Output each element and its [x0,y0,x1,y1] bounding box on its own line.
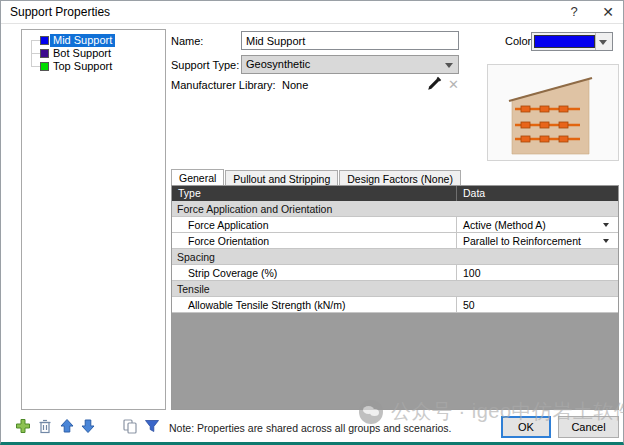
support-item-label: Mid Support [50,34,115,47]
manufacturer-library-value: None [282,79,308,91]
copy-icon[interactable] [122,418,138,434]
column-header-type: Type [172,186,457,201]
chevron-down-icon[interactable] [603,239,609,243]
table-header: Type Data [172,186,618,201]
table-empty-area [172,313,618,409]
chevron-down-icon [445,63,453,68]
support-properties-dialog: Support Properties ? ✕ Mid SupportBot Su… [0,0,624,445]
chevron-down-icon[interactable] [595,33,612,50]
table-section-row: Tensile [172,281,618,297]
move-down-icon[interactable] [80,418,96,434]
clear-library-icon[interactable]: ✕ [448,77,459,92]
support-type-dropdown[interactable]: Geosynthetic [241,55,459,74]
tab-pullout-and-stripping[interactable]: Pullout and Stripping [225,170,338,185]
color-dropdown[interactable] [531,32,613,51]
property-value: Active (Method A) [463,219,546,231]
table-row: Strip Coverage (%)100 [172,265,618,281]
support-preview-image [487,64,619,161]
list-item[interactable]: Mid Support [22,34,165,47]
table-row: Allowable Tensile Strength (kN/m)50 [172,297,618,313]
manufacturer-library-label: Manufacturer Library: [171,79,276,91]
dialog-title: Support Properties [10,5,110,19]
list-item[interactable]: Bot Support [22,47,165,60]
name-label: Name: [171,35,203,47]
delete-support-icon[interactable] [37,418,53,434]
property-table-body: Force Application and OrientationForce A… [172,201,618,313]
footer-note: Note: Properties are shared across all g… [169,422,451,434]
support-type-label: Support Type: [171,59,239,71]
support-list[interactable]: Mid SupportBot SupportTop Support [21,29,166,410]
property-name-cell: Force Orientation [172,233,457,248]
column-header-data: Data [457,186,618,201]
table-section-row: Spacing [172,249,618,265]
property-name-cell: Force Application [172,217,457,232]
property-value-cell[interactable]: 50 [457,297,618,312]
property-value: 50 [463,299,475,311]
property-value: 100 [463,267,481,279]
support-type-value: Geosynthetic [246,58,310,70]
tab-design-factors[interactable]: Design Factors (None) [339,170,461,185]
property-value-dropdown[interactable]: Active (Method A) [457,217,618,232]
chevron-down-icon[interactable] [603,223,609,227]
add-support-icon[interactable] [15,418,31,434]
table-row: Force OrientationParallel to Reinforceme… [172,233,618,249]
filter-icon[interactable] [144,418,160,434]
property-name-cell: Strip Coverage (%) [172,265,457,280]
name-input[interactable] [241,31,459,50]
support-color-swatch [40,36,49,45]
support-color-swatch [40,49,49,58]
color-label: Color: [505,35,534,47]
section-label: Spacing [172,249,215,264]
cancel-button[interactable]: Cancel [558,416,619,438]
support-item-label: Top Support [50,60,115,73]
property-value-dropdown[interactable]: Parallel to Reinforcement [457,233,618,248]
property-value-cell[interactable]: 100 [457,265,618,280]
move-up-icon[interactable] [59,418,75,434]
section-label: Tensile [172,281,210,296]
table-section-row: Force Application and Orientation [172,201,618,217]
support-item-label: Bot Support [50,47,114,60]
table-row: Force ApplicationActive (Method A) [172,217,618,233]
list-item[interactable]: Top Support [22,60,165,73]
property-value: Parallel to Reinforcement [463,235,581,247]
property-table: Type Data Force Application and Orientat… [171,185,619,410]
color-swatch [534,35,595,48]
tab-general[interactable]: General [171,169,224,185]
edit-pencil-icon[interactable] [426,76,442,92]
support-color-swatch [40,62,49,71]
property-name-cell: Allowable Tensile Strength (kN/m) [172,297,457,312]
help-icon[interactable]: ? [557,1,591,23]
tab-bar: General Pullout and Stripping Design Fac… [171,170,462,186]
titlebar: Support Properties ? ✕ [1,1,623,24]
section-label: Force Application and Orientation [172,201,332,216]
close-icon[interactable]: ✕ [591,1,624,23]
ok-button[interactable]: OK [501,416,551,438]
